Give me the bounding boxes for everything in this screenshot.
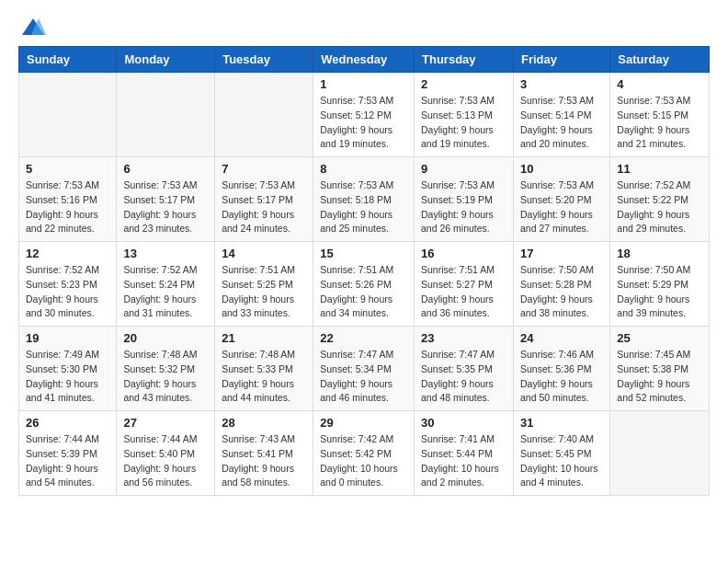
day-info: Sunrise: 7:53 AM Sunset: 5:16 PM Dayligh… [26, 178, 109, 236]
day-number: 5 [26, 162, 109, 176]
page: SundayMondayTuesdayWednesdayThursdayFrid… [0, 0, 728, 563]
calendar-day-cell: 2Sunrise: 7:53 AM Sunset: 5:13 PM Daylig… [415, 73, 514, 157]
calendar-day-cell: 19Sunrise: 7:49 AM Sunset: 5:30 PM Dayli… [19, 327, 117, 411]
day-info: Sunrise: 7:48 AM Sunset: 5:32 PM Dayligh… [123, 348, 208, 406]
day-of-week-header: Tuesday [215, 47, 313, 73]
day-info: Sunrise: 7:40 AM Sunset: 5:45 PM Dayligh… [520, 432, 603, 490]
day-number: 8 [320, 162, 407, 176]
calendar-week-row: 1Sunrise: 7:53 AM Sunset: 5:12 PM Daylig… [19, 73, 710, 157]
day-number: 18 [617, 247, 702, 260]
day-info: Sunrise: 7:46 AM Sunset: 5:36 PM Dayligh… [520, 348, 603, 406]
day-number: 27 [123, 416, 208, 430]
calendar-day-cell: 15Sunrise: 7:51 AM Sunset: 5:26 PM Dayli… [313, 242, 415, 327]
day-info: Sunrise: 7:52 AM Sunset: 5:23 PM Dayligh… [26, 263, 109, 321]
calendar-header-row: SundayMondayTuesdayWednesdayThursdayFrid… [19, 47, 710, 73]
day-info: Sunrise: 7:53 AM Sunset: 5:19 PM Dayligh… [421, 178, 506, 236]
day-number: 24 [520, 331, 603, 345]
calendar-day-cell: 27Sunrise: 7:44 AM Sunset: 5:40 PM Dayli… [117, 411, 215, 496]
day-info: Sunrise: 7:50 AM Sunset: 5:29 PM Dayligh… [617, 263, 702, 321]
day-number: 31 [520, 416, 603, 430]
day-number: 16 [421, 247, 506, 260]
calendar-day-cell: 23Sunrise: 7:47 AM Sunset: 5:35 PM Dayli… [415, 327, 514, 411]
day-info: Sunrise: 7:53 AM Sunset: 5:20 PM Dayligh… [520, 178, 603, 236]
calendar-day-cell: 6Sunrise: 7:53 AM Sunset: 5:17 PM Daylig… [117, 157, 215, 242]
calendar-day-cell: 12Sunrise: 7:52 AM Sunset: 5:23 PM Dayli… [19, 242, 117, 327]
day-number: 10 [520, 162, 603, 176]
day-number: 21 [222, 331, 306, 345]
calendar-day-cell: 28Sunrise: 7:43 AM Sunset: 5:41 PM Dayli… [215, 411, 313, 496]
day-info: Sunrise: 7:53 AM Sunset: 5:17 PM Dayligh… [222, 178, 306, 236]
calendar-table: SundayMondayTuesdayWednesdayThursdayFrid… [18, 46, 710, 496]
day-info: Sunrise: 7:51 AM Sunset: 5:26 PM Dayligh… [320, 263, 407, 321]
day-number: 9 [421, 162, 506, 176]
day-of-week-header: Thursday [415, 47, 514, 73]
calendar-week-row: 19Sunrise: 7:49 AM Sunset: 5:30 PM Dayli… [19, 327, 710, 411]
calendar-day-cell: 18Sunrise: 7:50 AM Sunset: 5:29 PM Dayli… [610, 242, 710, 327]
day-info: Sunrise: 7:42 AM Sunset: 5:42 PM Dayligh… [320, 432, 407, 490]
calendar-day-cell: 11Sunrise: 7:52 AM Sunset: 5:22 PM Dayli… [610, 157, 710, 242]
day-info: Sunrise: 7:53 AM Sunset: 5:17 PM Dayligh… [123, 178, 208, 236]
day-number: 7 [222, 162, 306, 176]
day-number: 2 [421, 77, 506, 91]
calendar-day-cell: 1Sunrise: 7:53 AM Sunset: 5:12 PM Daylig… [313, 73, 415, 157]
day-info: Sunrise: 7:48 AM Sunset: 5:33 PM Dayligh… [222, 348, 306, 406]
day-info: Sunrise: 7:47 AM Sunset: 5:35 PM Dayligh… [421, 348, 506, 406]
day-info: Sunrise: 7:53 AM Sunset: 5:15 PM Dayligh… [617, 94, 702, 152]
day-of-week-header: Saturday [610, 47, 710, 73]
day-number: 12 [26, 247, 109, 260]
calendar-day-cell: 24Sunrise: 7:46 AM Sunset: 5:36 PM Dayli… [513, 327, 609, 411]
day-number: 17 [520, 247, 603, 260]
day-number: 6 [123, 162, 208, 176]
day-number: 23 [421, 331, 506, 345]
day-of-week-header: Monday [117, 47, 215, 73]
day-number: 1 [320, 77, 407, 91]
day-number: 15 [320, 247, 407, 260]
day-number: 22 [320, 331, 407, 345]
day-info: Sunrise: 7:53 AM Sunset: 5:14 PM Dayligh… [520, 94, 603, 152]
day-of-week-header: Sunday [19, 47, 117, 73]
day-number: 26 [26, 416, 109, 430]
day-of-week-header: Friday [513, 47, 609, 73]
day-info: Sunrise: 7:52 AM Sunset: 5:22 PM Dayligh… [617, 178, 702, 236]
day-info: Sunrise: 7:53 AM Sunset: 5:12 PM Dayligh… [320, 94, 407, 152]
calendar-day-cell: 31Sunrise: 7:40 AM Sunset: 5:45 PM Dayli… [513, 411, 609, 496]
day-info: Sunrise: 7:45 AM Sunset: 5:38 PM Dayligh… [617, 348, 702, 406]
day-info: Sunrise: 7:41 AM Sunset: 5:44 PM Dayligh… [421, 432, 506, 490]
header [18, 15, 710, 37]
calendar-day-cell: 16Sunrise: 7:51 AM Sunset: 5:27 PM Dayli… [415, 242, 514, 327]
calendar-week-row: 26Sunrise: 7:44 AM Sunset: 5:39 PM Dayli… [19, 411, 710, 496]
calendar-day-cell: 25Sunrise: 7:45 AM Sunset: 5:38 PM Dayli… [610, 327, 710, 411]
calendar-day-cell: 8Sunrise: 7:53 AM Sunset: 5:18 PM Daylig… [313, 157, 415, 242]
day-number: 14 [222, 247, 306, 260]
day-number: 11 [617, 162, 702, 176]
calendar-day-cell: 21Sunrise: 7:48 AM Sunset: 5:33 PM Dayli… [215, 327, 313, 411]
day-number: 13 [123, 247, 208, 260]
day-info: Sunrise: 7:51 AM Sunset: 5:25 PM Dayligh… [222, 263, 306, 321]
calendar-day-cell: 3Sunrise: 7:53 AM Sunset: 5:14 PM Daylig… [513, 73, 609, 157]
calendar-day-cell: 26Sunrise: 7:44 AM Sunset: 5:39 PM Dayli… [19, 411, 117, 496]
day-of-week-header: Wednesday [313, 47, 415, 73]
calendar-day-cell: 13Sunrise: 7:52 AM Sunset: 5:24 PM Dayli… [117, 242, 215, 327]
calendar-day-cell: 22Sunrise: 7:47 AM Sunset: 5:34 PM Dayli… [313, 327, 415, 411]
day-info: Sunrise: 7:49 AM Sunset: 5:30 PM Dayligh… [26, 348, 109, 406]
calendar-day-cell: 30Sunrise: 7:41 AM Sunset: 5:44 PM Dayli… [415, 411, 514, 496]
calendar-week-row: 12Sunrise: 7:52 AM Sunset: 5:23 PM Dayli… [19, 242, 710, 327]
calendar-day-cell: 5Sunrise: 7:53 AM Sunset: 5:16 PM Daylig… [19, 157, 117, 242]
day-info: Sunrise: 7:44 AM Sunset: 5:40 PM Dayligh… [123, 432, 208, 490]
calendar-day-cell: 17Sunrise: 7:50 AM Sunset: 5:28 PM Dayli… [513, 242, 609, 327]
logo [18, 15, 46, 37]
day-number: 4 [617, 77, 702, 91]
day-number: 19 [26, 331, 109, 345]
day-info: Sunrise: 7:52 AM Sunset: 5:24 PM Dayligh… [123, 263, 208, 321]
calendar-day-cell: 29Sunrise: 7:42 AM Sunset: 5:42 PM Dayli… [313, 411, 415, 496]
calendar-day-cell [117, 73, 215, 157]
day-info: Sunrise: 7:53 AM Sunset: 5:13 PM Dayligh… [421, 94, 506, 152]
calendar-day-cell: 7Sunrise: 7:53 AM Sunset: 5:17 PM Daylig… [215, 157, 313, 242]
calendar-day-cell [610, 411, 710, 496]
day-info: Sunrise: 7:51 AM Sunset: 5:27 PM Dayligh… [421, 263, 506, 321]
day-number: 30 [421, 416, 506, 430]
day-info: Sunrise: 7:47 AM Sunset: 5:34 PM Dayligh… [320, 348, 407, 406]
day-number: 28 [222, 416, 306, 430]
calendar-day-cell: 14Sunrise: 7:51 AM Sunset: 5:25 PM Dayli… [215, 242, 313, 327]
day-number: 29 [320, 416, 407, 430]
